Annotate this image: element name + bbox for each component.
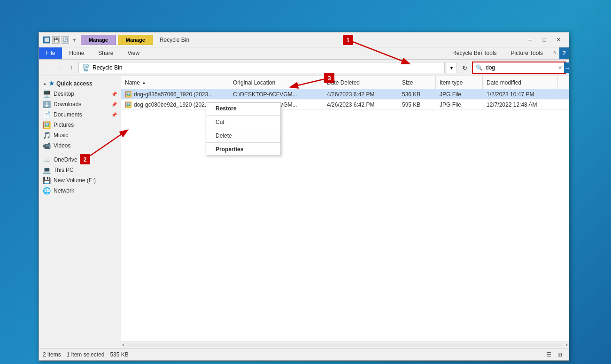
quick-access-dropdown[interactable]: ▼ <box>72 37 77 43</box>
sidebar-quick-access-header[interactable]: ▲ ★ Quick access <box>39 78 121 89</box>
sidebar-item-newvolume[interactable]: 💾 New Volume (E:) <box>39 175 121 186</box>
sidebar-item-network-label: Network <box>54 187 117 194</box>
context-menu-separator-2 <box>206 129 280 129</box>
onedrive-icon: ☁️ <box>43 156 51 163</box>
context-menu: Restore Cut Delete Properties <box>206 102 281 155</box>
file-list-area: Name ▲ Original Location Date Deleted Si… <box>121 76 569 348</box>
tab-home[interactable]: Home <box>62 47 91 59</box>
file-type-2: JPG File <box>436 101 483 108</box>
col-date-deleted-header[interactable]: Date Deleted <box>323 76 398 89</box>
sidebar-item-videos[interactable]: 📹 Videos <box>39 140 121 151</box>
sidebar-item-music[interactable]: 🎵 Music <box>39 130 121 140</box>
window-controls: ─ □ ✕ <box>524 35 565 45</box>
quick-access-star-icon: ★ <box>49 80 54 87</box>
quick-access-chevron: ▲ <box>43 81 47 86</box>
ribbon-collapse[interactable]: ∧ <box>550 47 559 59</box>
col-name-header[interactable]: Name ▲ <box>121 76 229 89</box>
file-list-content: 🖼️ dog-g835a57066_1920 (2023... C:\DESKT… <box>121 89 569 341</box>
sidebar-item-desktop[interactable]: 🖥️ Desktop 📌 <box>39 89 121 99</box>
search-clear-icon[interactable]: ✕ <box>556 65 564 71</box>
table-row[interactable]: 🖼️ dog-gc080be92d_1920 (202... C:\DESKTO… <box>121 100 569 110</box>
view-large-icons-button[interactable]: ⊞ <box>555 350 565 359</box>
context-menu-delete[interactable]: Delete <box>206 130 280 141</box>
sidebar-item-music-label: Music <box>54 132 117 139</box>
sidebar-item-documents-label: Documents <box>54 111 108 118</box>
ribbon-tabs: File Home Share View Recycle Bin Tools P… <box>39 47 569 59</box>
status-selected: 1 item selected <box>67 351 105 358</box>
sidebar-item-documents[interactable]: 📄 Documents 📌 <box>39 109 121 120</box>
scrollbar-area[interactable]: < > <box>121 341 569 348</box>
search-go-button[interactable]: → <box>564 62 570 73</box>
manage-tab-2[interactable]: Manage <box>118 35 153 45</box>
search-box: 🔍 ✕ → <box>472 62 566 74</box>
view-details-button[interactable]: ☰ <box>543 350 554 359</box>
col-size-header[interactable]: Size <box>398 76 436 89</box>
address-dropdown[interactable]: ▼ <box>447 62 457 73</box>
sort-arrow: ▲ <box>142 80 146 85</box>
context-menu-cut[interactable]: Cut <box>206 116 280 128</box>
downloads-icon: ⬇️ <box>43 101 51 108</box>
up-button[interactable]: ↑ <box>66 62 77 73</box>
ribbon: File Home Share View Recycle Bin Tools P… <box>39 47 569 60</box>
window-title: Recycle Bin <box>153 35 196 45</box>
minimize-button[interactable]: ─ <box>524 35 537 45</box>
tab-share[interactable]: Share <box>91 47 120 59</box>
back-button[interactable]: ← <box>42 62 52 73</box>
documents-icon: 📄 <box>43 111 51 118</box>
col-item-type-header[interactable]: Item type <box>436 76 483 89</box>
refresh-button[interactable]: ↻ <box>459 62 470 73</box>
col-item-type-label: Item type <box>440 79 463 86</box>
file-name-1: 🖼️ dog-g835a57066_1920 (2023... <box>121 91 229 98</box>
col-date-mod-label: Date modified <box>487 79 521 86</box>
scroll-right[interactable]: > <box>564 342 569 348</box>
pin-icon-downloads: 📌 <box>111 102 117 107</box>
sidebar-item-network[interactable]: 🌐 Network <box>39 186 121 196</box>
help-button[interactable]: ? <box>559 47 569 59</box>
sidebar-item-downloads-label: Downloads <box>54 101 108 108</box>
file-size-1: 536 KB <box>398 91 436 98</box>
maximize-button[interactable]: □ <box>538 35 551 45</box>
window-system-icon[interactable]: ⬜ <box>43 36 50 44</box>
forward-button[interactable]: → <box>54 62 64 73</box>
tab-view[interactable]: View <box>120 47 147 59</box>
sidebar-item-downloads[interactable]: ⬇️ Downloads 📌 <box>39 99 121 109</box>
context-menu-restore[interactable]: Restore <box>206 103 280 114</box>
file-date-mod-2: 12/7/2022 12:48 AM <box>483 101 558 108</box>
file-type-1: JPG File <box>436 91 483 98</box>
close-button[interactable]: ✕ <box>552 35 565 45</box>
sidebar-item-thispc[interactable]: 💻 This PC <box>39 165 121 175</box>
col-size-label: Size <box>402 79 413 86</box>
sidebar-item-desktop-label: Desktop <box>54 91 108 97</box>
sidebar-item-newvolume-label: New Volume (E:) <box>54 177 117 184</box>
sidebar-item-pictures[interactable]: 🖼️ Pictures <box>39 120 121 130</box>
sidebar-item-pictures-label: Pictures <box>54 122 117 128</box>
desktop-icon: 🖥️ <box>43 90 51 98</box>
status-view-controls: ☰ ⊞ <box>543 350 565 359</box>
quick-access-icon1[interactable]: 💾 <box>52 36 60 44</box>
scrollbar-track[interactable] <box>127 343 563 347</box>
search-input[interactable] <box>486 62 556 73</box>
col-orig-loc-label: Original Location <box>233 79 275 86</box>
main-content: ▲ ★ Quick access 🖥️ Desktop 📌 ⬇️ Downloa… <box>39 76 569 348</box>
pictures-icon: 🖼️ <box>43 121 51 129</box>
address-path[interactable]: 🗑️ Recycle Bin <box>78 62 445 73</box>
quick-access-label: Quick access <box>56 80 93 87</box>
status-item-count: 2 items <box>43 351 61 358</box>
pin-icon-documents: 📌 <box>111 112 117 117</box>
jpg-icon-1: 🖼️ <box>125 91 132 98</box>
file-date-del-1: 4/26/2023 6:42 PM <box>323 91 398 98</box>
context-menu-properties[interactable]: Properties <box>206 144 280 155</box>
tab-picture-tools[interactable]: Picture Tools <box>504 47 550 59</box>
table-row[interactable]: 🖼️ dog-g835a57066_1920 (2023... C:\DESKT… <box>121 89 569 100</box>
file-size-2: 595 KB <box>398 101 436 108</box>
context-menu-separator-3 <box>206 142 280 143</box>
manage-tab-1[interactable]: Manage <box>81 35 116 45</box>
tab-recycle-bin-tools[interactable]: Recycle Bin Tools <box>445 47 504 59</box>
scroll-left[interactable]: < <box>121 342 126 348</box>
context-menu-separator <box>206 115 280 116</box>
col-date-modified-header[interactable]: Date modified <box>483 76 558 89</box>
quick-access-icon2[interactable]: 🔄 <box>62 36 69 44</box>
col-original-location-header[interactable]: Original Location <box>229 76 323 89</box>
music-icon: 🎵 <box>43 132 51 139</box>
tab-file[interactable]: File <box>39 47 62 59</box>
